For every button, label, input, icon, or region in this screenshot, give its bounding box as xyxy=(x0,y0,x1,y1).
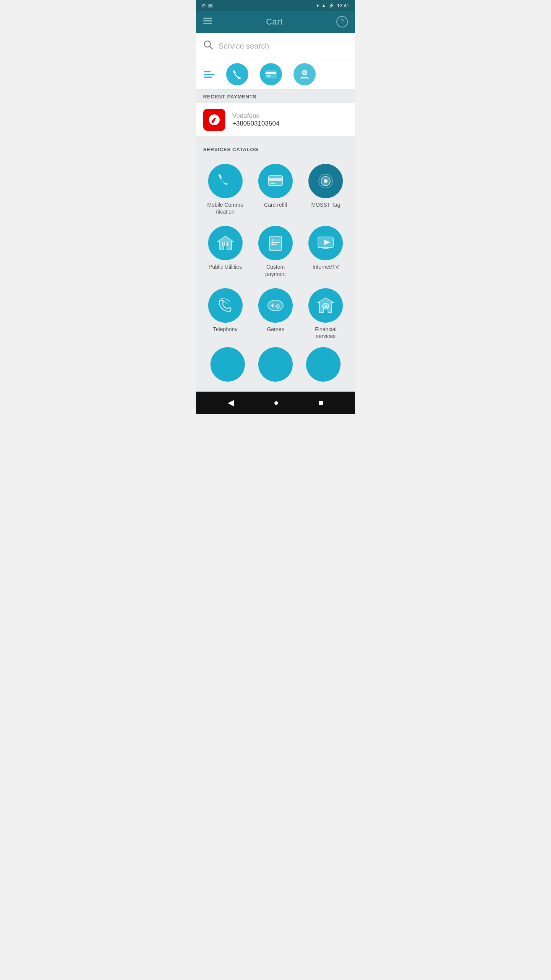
services-grid: Mobile Communication Card refill xyxy=(200,160,351,343)
svg-point-13 xyxy=(324,179,328,183)
service-financial[interactable]: $ Financialservices xyxy=(301,284,351,343)
mobile-communication-label: Mobile Communication xyxy=(207,201,243,215)
partial-icon-1 xyxy=(210,347,245,382)
card-tab-icon xyxy=(260,63,282,85)
svg-text:$: $ xyxy=(325,304,327,309)
telephony-label: Telephony xyxy=(213,326,238,333)
custom-payment-icon xyxy=(258,226,293,260)
services-catalog: SERVICES CATALOG Mobile Communication Ca… xyxy=(196,137,355,392)
partial-icon-2 xyxy=(258,347,293,382)
service-card-refill[interactable]: Card refill xyxy=(250,160,300,219)
svg-rect-24 xyxy=(272,241,273,243)
svg-point-32 xyxy=(277,304,279,305)
svg-point-35 xyxy=(277,307,279,309)
recent-payment-item[interactable]: Vodafone +380503103504 xyxy=(196,103,355,137)
svg-rect-2 xyxy=(203,23,212,24)
svg-point-33 xyxy=(279,305,280,307)
circle-icon: ⊙ xyxy=(202,3,206,8)
svg-line-4 xyxy=(210,46,212,49)
battery-icon: ⚡ xyxy=(328,3,334,8)
recent-service-name: Vodafone xyxy=(232,112,279,120)
tab-bar xyxy=(196,59,355,90)
tab-phone[interactable] xyxy=(226,63,248,85)
svg-rect-0 xyxy=(203,18,212,19)
user-tab-icon xyxy=(293,63,316,85)
service-mobile-communication[interactable]: Mobile Communication xyxy=(200,160,250,219)
tab-user[interactable] xyxy=(293,63,316,85)
svg-rect-10 xyxy=(269,178,282,181)
bottom-nav: ◀ ● ■ xyxy=(196,392,355,414)
financial-icon: $ xyxy=(308,288,343,323)
svg-rect-7 xyxy=(267,75,271,77)
partial-icon-3 xyxy=(306,347,341,382)
recent-button[interactable]: ■ xyxy=(318,398,323,408)
games-icon xyxy=(258,288,293,323)
svg-rect-6 xyxy=(266,72,276,74)
tab-card[interactable] xyxy=(260,63,282,85)
public-utilities-label: Public Utilities xyxy=(209,263,242,270)
recent-payments-header: RECENT PAYMENTS xyxy=(196,90,355,103)
service-mosst-tag[interactable]: MOSST Tag xyxy=(301,160,351,219)
card-refill-label: Card refill xyxy=(264,201,287,208)
time: 12:41 xyxy=(337,3,349,8)
wifi-icon: ▾ xyxy=(316,3,319,8)
telephony-icon xyxy=(208,288,243,323)
service-public-utilities[interactable]: Public Utilities xyxy=(200,222,250,281)
list-icon xyxy=(204,71,215,78)
svg-point-34 xyxy=(276,305,277,307)
tab-all[interactable] xyxy=(204,71,215,78)
vodafone-logo xyxy=(203,109,225,131)
page-title: Cart xyxy=(266,17,283,27)
custom-payment-label: Custompayment xyxy=(265,263,286,277)
search-icon xyxy=(203,40,213,52)
partial-bottom-row xyxy=(200,343,351,385)
back-button[interactable]: ◀ xyxy=(228,398,234,408)
internet-tv-icon xyxy=(308,226,343,260)
svg-point-8 xyxy=(302,70,307,75)
svg-rect-11 xyxy=(270,183,276,184)
service-custom-payment[interactable]: Custompayment xyxy=(250,222,300,281)
internet-tv-label: Internet/TV xyxy=(313,263,339,270)
search-bar[interactable]: Service search xyxy=(196,33,355,59)
games-label: Games xyxy=(267,326,284,333)
home-button[interactable]: ● xyxy=(274,398,279,408)
mosst-tag-icon xyxy=(308,164,343,198)
financial-label: Financialservices xyxy=(315,326,336,340)
status-bar: ⊙ ▤ ▾ ▲ ⚡ 12:41 xyxy=(196,0,355,11)
public-utilities-icon xyxy=(208,226,243,260)
service-games[interactable]: Games xyxy=(250,284,300,343)
top-bar: Cart ? xyxy=(196,11,355,33)
status-left-icons: ⊙ ▤ xyxy=(202,3,213,8)
signal-icon: ▲ xyxy=(321,3,326,8)
svg-rect-19 xyxy=(269,236,282,251)
help-button[interactable]: ? xyxy=(336,16,348,28)
recent-phone-number: +380503103504 xyxy=(232,120,279,127)
svg-rect-1 xyxy=(203,20,212,21)
sim-icon: ▤ xyxy=(208,3,213,8)
card-refill-icon xyxy=(258,164,293,198)
service-internet-tv[interactable]: Internet/TV xyxy=(301,222,351,281)
mosst-tag-label: MOSST Tag xyxy=(311,201,340,208)
recent-info: Vodafone +380503103504 xyxy=(232,112,279,127)
svg-rect-25 xyxy=(272,243,273,245)
services-catalog-header: SERVICES CATALOG xyxy=(200,143,351,156)
svg-rect-28 xyxy=(323,248,329,249)
menu-button[interactable] xyxy=(203,18,212,26)
svg-rect-23 xyxy=(272,239,273,240)
status-right-icons: ▾ ▲ ⚡ 12:41 xyxy=(316,3,349,8)
search-placeholder: Service search xyxy=(218,42,269,51)
svg-point-29 xyxy=(268,300,283,311)
mobile-communication-icon xyxy=(208,164,243,198)
phone-tab-icon xyxy=(226,63,248,85)
service-telephony[interactable]: Telephony xyxy=(200,284,250,343)
